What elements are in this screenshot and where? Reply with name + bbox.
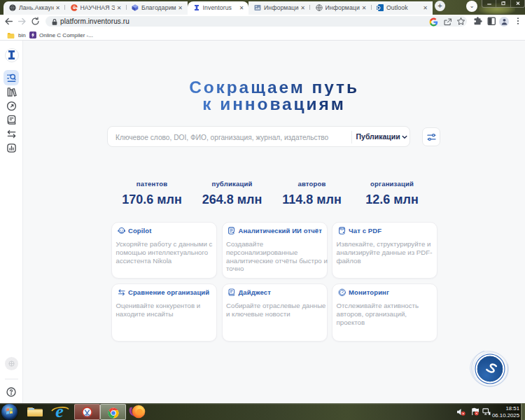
- svg-text:PDF: PDF: [340, 228, 344, 231]
- svg-text:e: e: [55, 404, 64, 419]
